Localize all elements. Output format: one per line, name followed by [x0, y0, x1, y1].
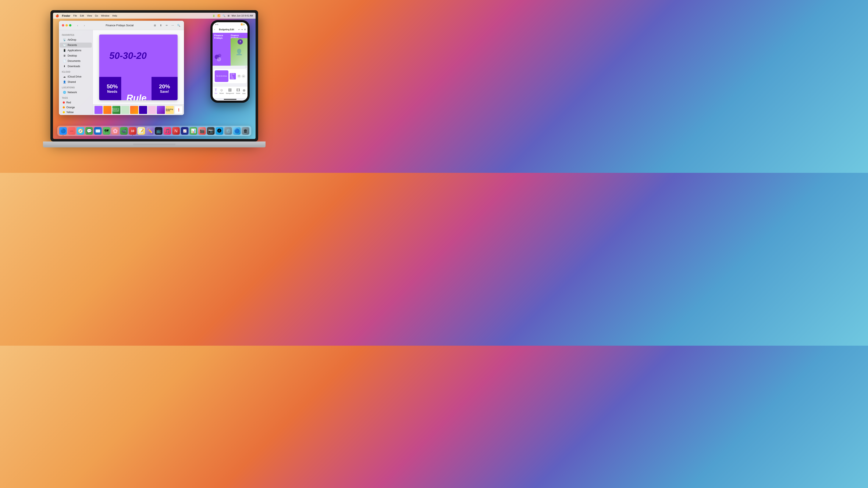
- thumbnail-1[interactable]: [94, 106, 102, 114]
- finder-body: Favorites 📡 AirDrop 🕐 Recents 📱 Applicat…: [59, 30, 184, 115]
- phone-bottom-toolbar: T Text ☺ Sticker 🖼 Background: [213, 87, 248, 98]
- dock-trash[interactable]: 🗑: [242, 127, 249, 135]
- phone-tab-media[interactable]: 🎞 Media: [236, 88, 240, 94]
- phone-tab-sticker[interactable]: ☺ Sticker: [219, 88, 224, 94]
- phone-mini-card[interactable]: The 50-30-20 Rule 50-30-20 Title Card 👁 …: [213, 69, 247, 83]
- sidebar-item-airdrop[interactable]: 📡 AirDrop: [60, 37, 92, 42]
- edit-menu[interactable]: Edit: [80, 14, 84, 17]
- sidebar-item-tag-red[interactable]: Red: [60, 100, 92, 105]
- phone-tab-slide[interactable]: ⊕ Slide: [242, 88, 246, 94]
- search-button[interactable]: 🔍: [176, 23, 181, 28]
- thumbnail-10[interactable]: ❗: [175, 106, 183, 114]
- network-label: Network: [68, 91, 77, 94]
- forward-button[interactable]: ›: [82, 23, 87, 28]
- maximize-button[interactable]: [69, 24, 71, 27]
- eye-button[interactable]: 👁: [237, 74, 241, 78]
- dock-browser[interactable]: 🔵: [233, 127, 241, 135]
- sidebar-item-downloads[interactable]: ⬇ Downloads: [60, 64, 92, 69]
- view-menu[interactable]: View: [87, 14, 92, 17]
- control-center-icon[interactable]: ⊞: [227, 14, 229, 17]
- phone-share-icon[interactable]: ⬆: [244, 28, 246, 31]
- dock-finder[interactable]: 🔵: [59, 127, 67, 135]
- menu-bar-right: 🔋 📶 🔍 ⊞ Mon Jun 10 9:41 AM: [212, 14, 253, 17]
- phone-undo-icon[interactable]: ↩: [238, 28, 240, 31]
- finder-menu[interactable]: Finder: [62, 14, 70, 18]
- share-icon[interactable]: ⬆: [158, 23, 163, 28]
- phone-tab-text[interactable]: T Text: [214, 88, 217, 94]
- search-icon[interactable]: 🔍: [222, 14, 225, 17]
- menu-bar: 🍎 Finder File Edit View Go Window Help 🔋…: [53, 13, 255, 19]
- facetime-icon: 📹: [121, 128, 126, 133]
- sidebar-item-applications[interactable]: 📱 Applications: [60, 48, 92, 53]
- stocks-icon: 📈: [183, 129, 186, 133]
- phone-title: Budgeting Edit: [216, 28, 237, 31]
- dock-facetime[interactable]: 📹: [120, 127, 128, 135]
- photos-icon: 🌸: [113, 128, 118, 133]
- sidebar-item-network[interactable]: 🌐 Network: [60, 90, 92, 95]
- locations-header: Locations: [59, 85, 93, 90]
- thumbnail-7[interactable]: [148, 106, 156, 114]
- back-button[interactable]: ‹: [75, 23, 80, 28]
- sidebar-item-tag-yellow[interactable]: Yellow: [60, 110, 92, 115]
- sidebar-item-icloud-drive[interactable]: ☁ iCloud Drive: [60, 74, 92, 79]
- sidebar-item-documents[interactable]: 📄 Documents: [60, 59, 92, 64]
- laptop-hinge: [133, 143, 176, 146]
- background-tab-label: Background: [226, 93, 234, 94]
- dock-messages[interactable]: 💬: [85, 127, 93, 135]
- dock-settings[interactable]: ⚙️: [224, 127, 232, 135]
- dock-maps[interactable]: 🗺: [103, 127, 111, 135]
- phone-back-button[interactable]: ‹: [214, 28, 215, 31]
- slide-tab-label: Slide: [242, 93, 246, 94]
- phone-container: 9:41 📶🔋 ‹ Budgeting Edit ↩ ↪ ⬆: [211, 20, 250, 103]
- dock-news[interactable]: N: [172, 127, 180, 135]
- sidebar-item-tag-orange[interactable]: Orange: [60, 105, 92, 110]
- launchpad-icon: ⋯: [70, 129, 73, 133]
- go-menu[interactable]: Go: [95, 14, 98, 17]
- dock-craftdocs[interactable]: 📝: [137, 127, 145, 135]
- phone-tab-background[interactable]: 🖼 Background: [226, 88, 234, 94]
- thumbnail-11[interactable]: [184, 106, 184, 114]
- thumbnail-3[interactable]: Invest in Yourself: [112, 106, 120, 114]
- annotate-icon[interactable]: ✏: [164, 23, 169, 28]
- dock-music[interactable]: 🎵: [164, 127, 171, 135]
- sidebar-item-desktop[interactable]: 🖥 Desktop: [60, 53, 92, 58]
- dock-tv[interactable]: 📺: [155, 127, 162, 135]
- phone-time: 9:41: [215, 24, 218, 25]
- finance-card-top: The 50-30-20 Rule: [99, 35, 178, 77]
- mirror-icon: 📷: [208, 128, 213, 133]
- dock-numbers[interactable]: 📊: [190, 127, 197, 135]
- sidebar-item-shared[interactable]: 👤 Shared: [60, 79, 92, 85]
- thumbnail-5[interactable]: [130, 106, 138, 114]
- window-menu[interactable]: Window: [101, 14, 110, 17]
- background-tab-icon: 🖼: [228, 88, 231, 92]
- sticker-tab-icon: ☺: [220, 88, 223, 92]
- dock-mirror[interactable]: 📷: [207, 127, 215, 135]
- thumbnail-8[interactable]: [157, 106, 165, 114]
- thumbnail-4[interactable]: [121, 106, 129, 114]
- dock-keynote[interactable]: 🎬: [198, 127, 206, 135]
- sidebar-item-recents[interactable]: 🕐 Recents: [60, 42, 92, 48]
- view-options-icon[interactable]: ⊞: [153, 23, 157, 28]
- dock-safari[interactable]: 🧭: [77, 127, 84, 135]
- file-menu[interactable]: File: [73, 14, 77, 17]
- help-menu[interactable]: Help: [112, 14, 117, 17]
- dock-stocks[interactable]: 📈: [181, 127, 189, 135]
- tag-yellow-label: Yellow: [66, 111, 73, 114]
- dock-freeform[interactable]: ✏️: [146, 127, 154, 135]
- thumbnail-6[interactable]: [139, 106, 147, 114]
- dock-mail[interactable]: ✉️: [94, 127, 102, 135]
- minimize-button[interactable]: [65, 24, 68, 27]
- more-options-button[interactable]: •••: [242, 74, 245, 78]
- dock-appstore[interactable]: 🅐: [216, 127, 223, 135]
- dock-launchpad[interactable]: ⋯: [68, 127, 76, 135]
- dock-calendar[interactable]: 10: [129, 127, 136, 135]
- news-icon: N: [175, 129, 177, 133]
- dock-photos[interactable]: 🌸: [112, 127, 119, 135]
- phone-redo-icon[interactable]: ↪: [241, 28, 243, 31]
- close-button[interactable]: [62, 24, 64, 27]
- thumbnail-2[interactable]: [103, 106, 112, 114]
- thumbnail-9[interactable]: Budgeting Hacks: [166, 106, 174, 114]
- more-icon[interactable]: ⋯: [170, 23, 175, 28]
- apple-logo[interactable]: 🍎: [56, 14, 59, 18]
- craftdocs-icon: 📝: [138, 128, 144, 133]
